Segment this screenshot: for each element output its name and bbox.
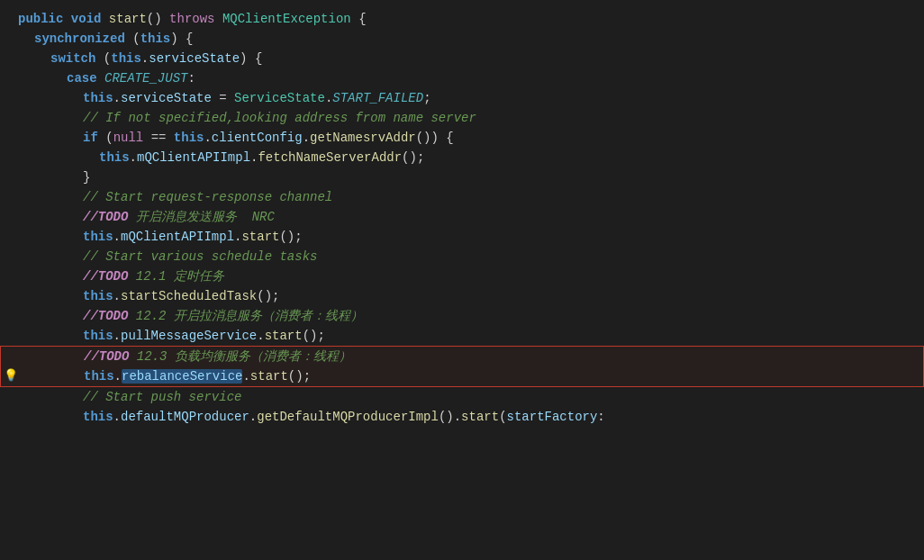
kw-token: this xyxy=(84,369,114,384)
italic-field-token: CREATE_JUST xyxy=(104,71,187,86)
todo-keyword: //TODO xyxy=(83,210,128,224)
plain-token xyxy=(97,71,104,86)
plain-token: . xyxy=(130,150,137,165)
code-line-line8: this.mQClientAPIImpl.fetchNameServerAddr… xyxy=(0,148,924,167)
comment-token: // Start request-response channel xyxy=(83,190,332,204)
plain-token: ( xyxy=(95,51,111,66)
plain-token xyxy=(215,12,222,26)
comment-token: // Start various schedule tasks xyxy=(83,249,317,264)
plain-token: ( xyxy=(125,32,140,46)
plain-token: ( xyxy=(98,131,113,145)
code-line-line1: public void start() throws MQClientExcep… xyxy=(0,9,924,29)
plain-token: } xyxy=(83,170,90,185)
code-line-line4: case CREATE_JUST: xyxy=(0,68,924,88)
plain-token: == xyxy=(143,131,174,145)
type-token: ServiceState xyxy=(234,91,325,105)
plain-token: ) { xyxy=(240,51,262,66)
code-line-line15: this.startScheduledTask(); xyxy=(0,286,924,306)
code-line-line7: if (null == this.clientConfig.getNamesrv… xyxy=(0,128,924,148)
comment-token: // If not specified,looking address from… xyxy=(83,111,476,125)
plain-token: (). xyxy=(439,410,461,424)
code-line-line21: this.defaultMQProducer.getDefaultMQProdu… xyxy=(0,407,924,427)
method-token: start xyxy=(109,12,147,26)
plain-token: ) { xyxy=(170,32,193,46)
plain-token: (); xyxy=(257,289,279,303)
plain-token: = xyxy=(212,91,234,105)
kw-token: synchronized xyxy=(34,32,125,46)
method-token: fetchNameServerAddr xyxy=(258,150,402,165)
comment-token: 开启消息发送服务 NRC xyxy=(128,210,274,224)
kw-token: this xyxy=(83,91,113,105)
plain-token: . xyxy=(113,230,121,244)
code-line-line11: //TODO 开启消息发送服务 NRC xyxy=(0,207,924,227)
method-token: start xyxy=(250,369,288,384)
todo-keyword: //TODO xyxy=(83,309,128,323)
comment-token: // Start push service xyxy=(83,390,241,404)
comment-token: 12.2 开启拉消息服务（消费者：线程） xyxy=(128,309,362,323)
code-line-line6: // If not specified,looking address from… xyxy=(0,108,924,128)
kw-token: this xyxy=(83,230,113,244)
kw-token: this xyxy=(83,329,113,343)
code-line-line20: // Start push service xyxy=(0,387,924,407)
field-token: serviceState xyxy=(121,91,212,105)
code-editor: public void start() throws MQClientExcep… xyxy=(0,0,924,560)
method-token: getNamesrvAddr xyxy=(310,131,416,145)
plain-token: . xyxy=(114,369,122,384)
plain-token: . xyxy=(113,289,121,303)
plain-token: . xyxy=(204,131,211,145)
code-line-line16: //TODO 12.2 开启拉消息服务（消费者：线程） xyxy=(0,306,924,326)
kw-token: void xyxy=(71,12,102,26)
highlighted-field: rebalanceService xyxy=(122,369,242,384)
plain-token: (); xyxy=(279,230,302,244)
plain-token xyxy=(63,12,70,26)
method-token: start xyxy=(461,410,499,424)
plain-token: ; xyxy=(423,91,430,105)
plain-token: . xyxy=(113,410,121,424)
lightbulb-icon[interactable]: 💡 xyxy=(4,367,18,386)
comment-token: 12.1 定时任务 xyxy=(128,269,223,284)
kw-token: this xyxy=(111,51,141,66)
kw-token: this xyxy=(83,410,113,424)
method-token: start xyxy=(265,329,303,343)
field-token: mQClientAPIImpl xyxy=(121,230,234,244)
plain-token: ( xyxy=(499,410,506,424)
field-token: pullMessageService xyxy=(121,329,257,343)
plain-token: { xyxy=(351,12,367,26)
code-line-line13: // Start various schedule tasks xyxy=(0,247,924,266)
plain-token: (); xyxy=(288,369,311,384)
field-token: serviceState xyxy=(149,51,240,66)
kw-token: public xyxy=(18,12,63,26)
plain-token: . xyxy=(242,369,249,384)
plain-token xyxy=(101,12,108,26)
plain-token: () xyxy=(147,12,169,26)
kw-token: switch xyxy=(50,51,95,66)
code-line-line18: //TODO 12.3 负载均衡服务（消费者：线程） xyxy=(1,347,923,366)
plain-token: : xyxy=(187,71,195,86)
kw-token: this xyxy=(140,32,171,46)
code-line-line5: this.serviceState = ServiceState.START_F… xyxy=(0,88,924,108)
method-token: startScheduledTask xyxy=(121,289,257,303)
code-line-line3: switch (this.serviceState) { xyxy=(0,49,924,68)
code-line-line17: this.pullMessageService.start(); xyxy=(0,326,924,346)
plain-token: . xyxy=(141,51,149,66)
method-token: start xyxy=(241,230,279,244)
field-token: clientConfig xyxy=(212,131,303,145)
plain-token: : xyxy=(597,410,604,424)
code-line-line9: } xyxy=(0,167,924,187)
red-box-highlight: //TODO 12.3 负载均衡服务（消费者：线程）this.rebalance… xyxy=(0,346,924,387)
plain-token: . xyxy=(257,329,264,343)
code-line-line14: //TODO 12.1 定时任务 xyxy=(0,266,924,286)
field-token: startFactory xyxy=(507,410,598,424)
kw-token: this xyxy=(83,289,113,303)
kw2-token: throws xyxy=(169,12,214,26)
plain-token: . xyxy=(113,329,121,343)
plain-token: . xyxy=(113,91,121,105)
plain-token: ()) { xyxy=(416,131,454,145)
method-token: getDefaultMQProducerImpl xyxy=(257,410,439,424)
field-token: defaultMQProducer xyxy=(121,410,249,424)
comment-token: 12.3 负载均衡服务（消费者：线程） xyxy=(129,349,350,364)
italic-field-token: START_FAILED xyxy=(332,91,423,105)
type-token: MQClientException xyxy=(222,12,351,26)
plain-token: (); xyxy=(402,150,424,165)
kw-token: case xyxy=(67,71,97,86)
